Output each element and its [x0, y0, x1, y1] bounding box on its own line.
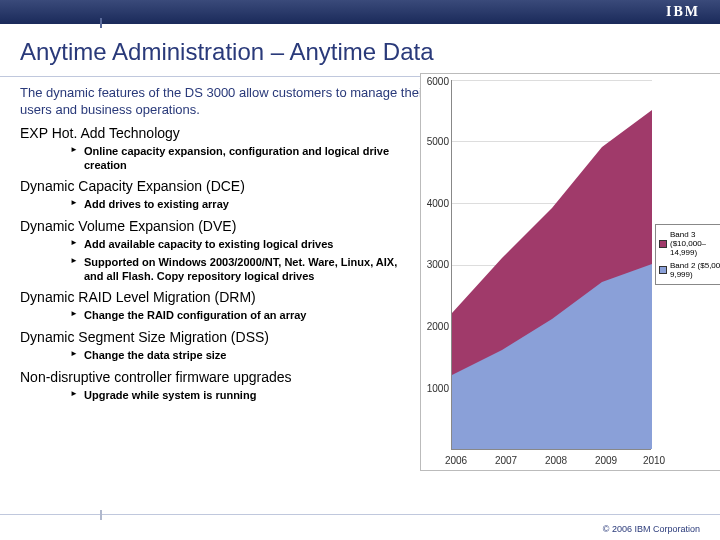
- chart-container: 6000 5000 4000 3000 2000 1000 2006 2007 …: [420, 73, 720, 471]
- feature-item: Online capacity expansion, configuration…: [70, 143, 400, 175]
- chart-ytick: 6000: [423, 76, 449, 87]
- page-title: Anytime Administration – Anytime Data: [0, 24, 720, 76]
- legend-label: Band 3 ($10,000–14,999): [670, 230, 720, 257]
- chart-ytick: 1000: [423, 383, 449, 394]
- feature-item: Upgrade while system is running: [70, 387, 400, 405]
- chart-ytick: 5000: [423, 136, 449, 147]
- chart-legend: Band 3 ($10,000–14,999) Band 2 ($5,000–9…: [655, 224, 720, 285]
- chart-ytick: 2000: [423, 321, 449, 332]
- header-bar: IBM: [0, 0, 720, 24]
- copyright-text: © 2006 IBM Corporation: [603, 524, 700, 534]
- chart-ytick: 4000: [423, 198, 449, 209]
- feature-item: Supported on Windows 2003/2000/NT, Net. …: [70, 254, 400, 286]
- chart-xtick: 2009: [591, 455, 621, 466]
- feature-item: Add available capacity to existing logic…: [70, 236, 400, 254]
- ibm-logo: IBM: [666, 4, 700, 20]
- header-divider: [100, 18, 102, 28]
- legend-item: Band 2 ($5,000–9,999): [659, 259, 720, 281]
- chart-plot-area: [451, 80, 651, 450]
- content-area: The dynamic features of the DS 3000 allo…: [0, 85, 720, 405]
- legend-swatch: [659, 240, 667, 248]
- chart-ytick: 3000: [423, 259, 449, 270]
- chart-xtick: 2006: [441, 455, 471, 466]
- footer-bar: © 2006 IBM Corporation: [0, 514, 720, 540]
- chart-areas: [452, 79, 652, 449]
- feature-item: Add drives to existing array: [70, 196, 400, 214]
- legend-item: Band 3 ($10,000–14,999): [659, 228, 720, 259]
- chart-xtick: 2007: [491, 455, 521, 466]
- chart-xtick: 2008: [541, 455, 571, 466]
- legend-label: Band 2 ($5,000–9,999): [670, 261, 720, 279]
- footer-divider: [100, 510, 102, 520]
- feature-item: Change the data stripe size: [70, 347, 400, 365]
- legend-swatch: [659, 266, 667, 274]
- chart-xtick: 2010: [639, 455, 669, 466]
- feature-item: Change the RAID configuration of an arra…: [70, 307, 400, 325]
